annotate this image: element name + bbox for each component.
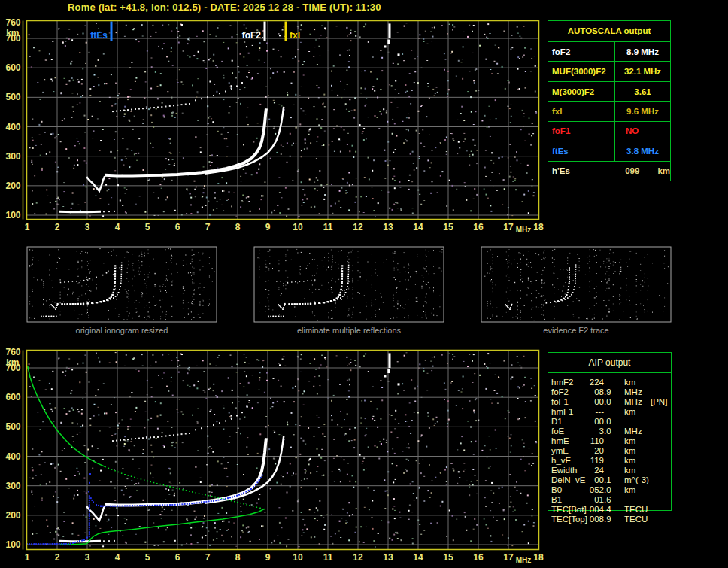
y-tick: 600 [5,62,20,73]
aip-table-rows: hmF2224kmfoF208.9MHzfoF100.0MHz[PN]hmF1-… [548,378,728,524]
aip-value: 08 [563,387,604,397]
aip-unit: km [624,436,635,446]
x-tick: 9 [265,552,271,563]
aip-row-foE: foE3.0MHz [548,427,728,436]
x-tick: 6 [175,222,180,232]
autoscala-value: 32.1 MHz [615,62,670,80]
x-tick: 3 [85,552,90,563]
aip-value: 00 [563,475,604,485]
x-tick: 14 [413,222,423,232]
series-profile-green-bottomside [60,509,264,545]
autoscala-table-title: AUTOSCALA output [548,21,670,42]
aip-value: 119 [563,456,604,466]
aip-unit: km [624,446,635,456]
aip-label: B1 [551,495,562,505]
y-tick: 300 [5,151,20,162]
autoscala-label: fxI [548,102,615,120]
aip-row-foF2: foF208.9MHz [548,387,728,397]
x-tick: 2 [55,552,60,563]
marker-label-fxI: fxI [290,30,300,41]
aip-value: 24 [563,466,604,475]
aip-value-frac: .0 [604,397,611,407]
aip-row-h_vE: h_vE119km [548,456,728,466]
aip-row-foF1: foF100.0MHz[PN] [548,397,728,407]
series-restored-blue-column [89,495,90,537]
aip-value: 008 [563,515,604,524]
y-tick: 100 [5,210,20,220]
x-tick: 12 [353,552,363,563]
y-tick: 200 [5,510,20,521]
autoscala-label: M(3000)F2 [548,82,615,101]
x-tick: 4 [115,222,120,232]
x-axis-unit: MHz [516,226,532,234]
aip-value: 004 [563,505,604,515]
top-ionogram-ticks: 123456789101112131415161718MHz7607006005… [5,17,544,234]
y-tick: 100 [5,539,20,550]
bottom-ionogram-frame [27,351,539,550]
x-tick: 6 [175,552,180,563]
aip-value-frac: .1 [604,475,611,485]
x-tick: 17 [503,552,514,563]
aip-unit: km [624,485,635,495]
aip-label: D1 [551,417,563,427]
autoscala-value: 3.61 [615,82,670,101]
autoscala-value: 3.8 MHz [615,141,670,160]
aip-row-ymE: ymE20km [548,446,728,456]
x-tick: 18 [533,552,544,563]
y-axis-unit: km [6,357,19,368]
bottom-ionogram-ticks: 123456789101112131415161718MHz7607006005… [5,347,544,564]
aip-value: 052 [563,485,604,495]
series-Es-trace-ext [103,540,115,542]
autoscala-label: ftEs [548,141,615,160]
thumbnail-eliminate-reflections [254,247,444,322]
marker-label-ftEs: ftEs [90,30,108,41]
x-tick: 4 [115,552,120,563]
x-tick: 7 [205,552,211,563]
autoscala-row-fxI: fxI9.6 MHz [548,102,670,121]
y-axis-unit: km [6,28,19,38]
autoscala-value: 099km [614,162,670,181]
aip-row-Ewidth: Ewidth24km [548,466,728,475]
aip-unit: km [624,466,635,475]
x-tick: 15 [443,222,453,232]
x-tick: 13 [383,222,393,232]
autoscala-label: MUF(3000)F2 [548,62,615,80]
aip-value: 110 [563,436,604,446]
aip-unit: MHz [624,387,642,397]
series-interference-streaks [385,23,399,56]
y-tick: 400 [5,451,20,462]
aip-unit: km [624,456,635,466]
autoscala-value: 8.9 MHz [615,42,670,61]
aip-row-B0: B0052.0km [548,485,728,495]
x-tick: 17 [503,222,514,232]
autoscala-unit: km [657,166,670,175]
aip-unit: TECU [624,515,648,524]
y-tick: 760 [5,17,20,28]
x-tick: 1 [25,552,30,563]
marker-label-foF2: foF2 [242,30,262,41]
aip-unit: km [624,407,635,417]
autoscala-label: foF1 [548,122,615,141]
thumbnail-eliminate-reflections-trace [268,316,284,317]
x-tick: 10 [293,552,303,563]
aip-row-DelN_vE: DelN_vE00.1m^(-3) [548,475,728,485]
autoscala-screen: Rome (lat: +41.8, lon: 012.5) - DATE: 20… [0,0,728,568]
y-tick: 200 [5,181,20,191]
aip-value: 3 [563,427,604,436]
thumbnail-original-ionogram [27,247,217,322]
series-restored-blue-sparse [88,473,91,493]
autoscala-table: AUTOSCALA output foF28.9 MHzMUF(3000)F23… [548,20,671,181]
aip-row-hmF1: hmF1---km [548,407,728,417]
x-tick: 13 [383,552,393,563]
aip-value-frac: .0 [604,427,611,436]
autoscala-value: 9.6 MHz [615,102,670,120]
aip-row-B1: B101.6 [548,495,728,505]
x-tick: 2 [55,222,60,232]
aip-value: 00 [563,417,604,427]
top-ionogram-frame [27,21,539,220]
x-tick: 8 [235,552,241,563]
aip-value: 00 [563,397,604,407]
aip-value: 224 [563,378,604,387]
aip-value-frac: .0 [604,417,611,427]
aip-table-title: AIP output [548,353,671,373]
